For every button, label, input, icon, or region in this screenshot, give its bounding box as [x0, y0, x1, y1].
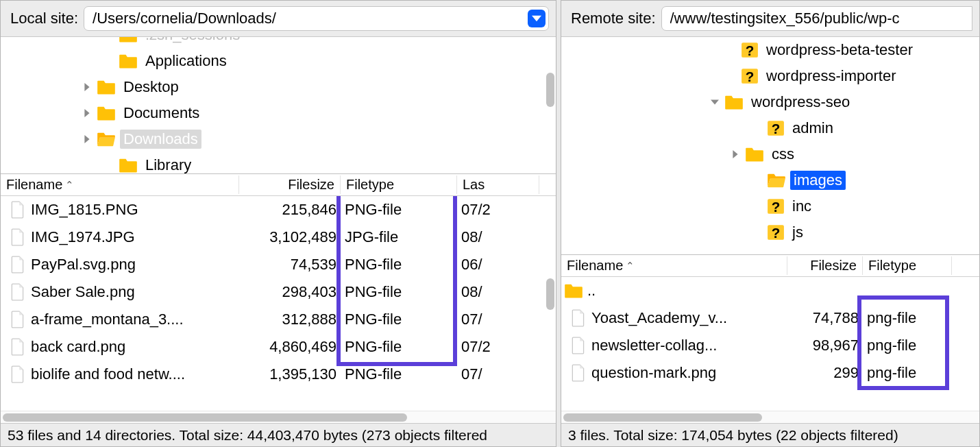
tree-item[interactable]: wordpress-beta-tester — [561, 37, 979, 63]
tree-item[interactable]: css — [561, 141, 979, 167]
filesize-value: 98,967 — [787, 337, 863, 354]
file-row[interactable]: IMG_1815.PNG215,846PNG-file07/2 — [1, 196, 556, 224]
file-row[interactable]: IMG_1974.JPG3,102,489JPG-file08/ — [1, 224, 556, 251]
local-site-bar: Local site: — [1, 1, 556, 37]
filetype-value: JPG-file — [341, 228, 457, 246]
file-row[interactable]: newsletter-collag...98,967png-file — [561, 332, 979, 359]
disclosure-down-icon[interactable] — [709, 97, 720, 108]
disclosure-right-icon[interactable] — [82, 134, 93, 145]
filesize-value: 1,395,130 — [239, 365, 341, 383]
tree-item[interactable]: wordpress-seo — [561, 89, 979, 115]
filename-label: Saber Sale.png — [31, 283, 135, 301]
local-path-dropdown-button[interactable] — [528, 10, 546, 27]
tree-item[interactable]: images — [561, 167, 979, 193]
remote-path-input[interactable] — [670, 10, 970, 27]
filetype-value: PNG-file — [341, 256, 457, 274]
disclosure-right-icon[interactable] — [82, 108, 93, 119]
tree-item-label: css — [768, 145, 798, 164]
tree-item[interactable]: Applications — [1, 48, 556, 74]
tree-item[interactable]: Documents — [1, 100, 556, 126]
filename-label: back card.png — [31, 338, 125, 356]
filetype-value: PNG-file — [341, 365, 457, 383]
tree-item[interactable]: admin — [561, 115, 979, 141]
file-row[interactable]: biolife and food netw....1,395,130PNG-fi… — [1, 361, 556, 388]
remote-header-filesize[interactable]: Filesize — [787, 256, 863, 275]
file-row[interactable]: question-mark.png299png-file — [561, 359, 979, 387]
parent-dir-row[interactable]: .. — [561, 277, 979, 304]
tree-item-label: wordpress-beta-tester — [763, 40, 916, 60]
tree-item-label: Desktop — [120, 77, 182, 97]
local-hscroll[interactable] — [1, 411, 556, 423]
file-icon — [10, 201, 25, 219]
file-row[interactable]: PayPal.svg.png74,539PNG-file06/ — [1, 251, 556, 278]
local-list-scrollbar[interactable] — [546, 278, 554, 310]
local-header-filetype[interactable]: Filetype — [341, 176, 457, 194]
folder-icon — [745, 146, 764, 162]
file-row[interactable]: Saber Sale.png298,403PNG-file08/ — [1, 278, 556, 306]
local-tree[interactable]: .zsh_sessionsApplicationsDesktopDocument… — [1, 37, 556, 174]
local-tree-scrollbar[interactable] — [546, 73, 554, 107]
remote-file-list[interactable]: Filename⌃FilesizeFiletype ..Yoast_Academ… — [561, 255, 979, 423]
tree-item[interactable]: .zsh_sessions — [1, 37, 556, 48]
filetype-value: PNG-file — [341, 283, 457, 301]
tree-item-label: Applications — [142, 51, 230, 71]
tree-item-label: Documents — [120, 104, 203, 123]
tree-item-label: wordpress-importer — [763, 67, 900, 86]
header-label: Filetype — [868, 258, 916, 274]
file-row[interactable]: Yoast_Academy_v...74,788png-file — [561, 304, 979, 332]
lastmod-value: 08/ — [457, 283, 539, 301]
local-header-filename[interactable]: Filename⌃ — [1, 176, 239, 194]
filename-label: PayPal.svg.png — [31, 256, 136, 274]
disclosure-right-icon[interactable] — [82, 82, 93, 93]
local-header-filesize[interactable]: Filesize — [239, 176, 341, 194]
remote-status-bar: 3 files. Total size: 174,054 bytes (22 o… — [561, 423, 979, 446]
unknown-folder-icon — [767, 197, 785, 215]
filesize-value: 74,788 — [787, 309, 863, 327]
folder-icon — [564, 282, 583, 299]
tree-item[interactable]: js — [561, 219, 979, 245]
disclosure-right-icon[interactable] — [730, 149, 741, 160]
file-icon — [571, 364, 586, 382]
lastmod-value: 07/2 — [457, 338, 539, 356]
folder-icon — [97, 79, 116, 95]
tree-item[interactable]: Library — [1, 152, 556, 174]
header-label: Filename — [567, 258, 623, 274]
tree-item[interactable]: Downloads — [1, 126, 556, 152]
lastmod-value: 07/ — [457, 365, 539, 383]
remote-hscroll[interactable] — [561, 411, 979, 423]
local-path-combo[interactable] — [84, 6, 549, 31]
remote-tree[interactable]: wordpress-beta-testerwordpress-importerw… — [561, 37, 979, 255]
tree-item[interactable]: inc — [561, 193, 979, 219]
file-icon — [10, 338, 25, 356]
unknown-folder-icon — [741, 41, 759, 59]
filetype-value: png-file — [863, 364, 952, 382]
header-label: Las — [463, 177, 485, 193]
folder-icon — [97, 105, 116, 121]
sort-asc-icon: ⌃ — [65, 179, 74, 191]
header-label: Filetype — [346, 177, 394, 193]
remote-header-filename[interactable]: Filename⌃ — [561, 256, 787, 275]
filetype-value: PNG-file — [341, 311, 457, 328]
filename-label: question-mark.png — [591, 364, 716, 382]
filesize-value: 4,860,469 — [239, 338, 341, 356]
remote-path-combo[interactable] — [661, 6, 973, 31]
tree-item-label: Downloads — [120, 130, 201, 149]
tree-item[interactable]: Desktop — [1, 74, 556, 100]
local-list-header: Filename⌃FilesizeFiletypeLas — [1, 174, 556, 196]
file-icon — [10, 365, 25, 383]
local-file-list[interactable]: Filename⌃FilesizeFiletypeLas IMG_1815.PN… — [1, 174, 556, 423]
file-icon — [10, 283, 25, 301]
folder-open-icon — [767, 172, 786, 189]
filetype-value: png-file — [863, 309, 952, 327]
local-header-last[interactable]: Las — [457, 176, 539, 194]
file-row[interactable]: a-frame_montana_3....312,888PNG-file07/ — [1, 306, 556, 333]
filesize-value: 215,846 — [239, 201, 341, 219]
header-label: Filesize — [288, 177, 334, 193]
filename-label: biolife and food netw.... — [31, 365, 185, 383]
remote-header-filetype[interactable]: Filetype — [863, 256, 952, 275]
file-row[interactable]: back card.png4,860,469PNG-file07/2 — [1, 333, 556, 361]
local-path-input[interactable] — [93, 10, 528, 27]
tree-item[interactable]: wordpress-importer — [561, 63, 979, 89]
header-label: Filename — [6, 177, 62, 193]
lastmod-value: 08/ — [457, 228, 539, 246]
